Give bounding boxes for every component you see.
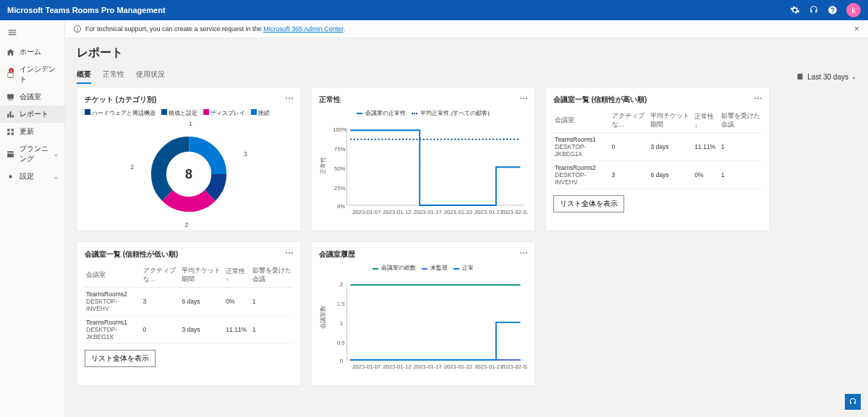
card-menu-icon[interactable]: ⋯ bbox=[285, 248, 294, 258]
svg-text:2023-01-12: 2023-01-12 bbox=[383, 364, 411, 370]
sidebar: ホーム 1 インシデント 会議室 レポート 更新 プランニング ⌄ 設定 ⌄ bbox=[0, 20, 65, 417]
sidebar-item-label: プランニング bbox=[20, 144, 49, 164]
table-row[interactable]: TeamsRooms2DESKTOP-INVEHV 3 6 days 0% 1 bbox=[85, 288, 293, 316]
sidebar-item-label: 更新 bbox=[20, 126, 34, 137]
sidebar-item-reports[interactable]: レポート bbox=[0, 106, 64, 123]
svg-text:75%: 75% bbox=[334, 146, 346, 152]
show-all-button[interactable]: リスト全体を表示 bbox=[85, 350, 156, 367]
tab-health[interactable]: 正常性 bbox=[103, 66, 124, 84]
svg-text:2023-01-07: 2023-01-07 bbox=[352, 209, 380, 215]
info-banner: i For technical support, you can create … bbox=[65, 20, 868, 38]
card-title: 会議室一覧 (信頼性が低い順) bbox=[85, 249, 293, 259]
chart-legend: 会議室の総数 未監視 正常 bbox=[319, 264, 527, 272]
headset-icon[interactable] bbox=[809, 5, 819, 15]
info-icon: i bbox=[74, 25, 81, 33]
svg-text:2023-01-12: 2023-01-12 bbox=[383, 209, 411, 215]
planning-icon bbox=[6, 150, 15, 159]
donut-center-value: 8 bbox=[185, 167, 192, 182]
donut-chart: 8 1 3 2 2 bbox=[85, 120, 293, 228]
svg-text:0%: 0% bbox=[337, 203, 345, 210]
rooms-table: 会議室 アクティブな… 平均チケット期間 正常性 ↓ 影響を受けた会議 Team… bbox=[553, 109, 762, 189]
card-title: チケット (カテゴリ別) bbox=[85, 95, 293, 105]
calendar-icon bbox=[796, 72, 804, 81]
chevron-down-icon: ⌄ bbox=[54, 151, 59, 158]
help-icon[interactable] bbox=[827, 5, 838, 15]
table-row[interactable]: TeamsRooms2DESKTOP-INVEHV 3 6 days 0% 1 bbox=[553, 161, 762, 189]
card-menu-icon[interactable]: ⋯ bbox=[285, 93, 294, 103]
card-menu-icon[interactable]: ⋯ bbox=[519, 93, 529, 103]
sidebar-item-label: インシデント bbox=[20, 64, 59, 85]
table-row[interactable]: TeamsRooms1DESKTOP-JKBEG1X 0 3 days 11.1… bbox=[553, 133, 762, 161]
svg-text:2023-02-02: 2023-02-02 bbox=[501, 209, 527, 215]
topbar-actions: k bbox=[790, 3, 861, 17]
rooms-table: 会議室 アクティブな… 平均チケット期間 正常性 ↑ 影響を受けた会議 Team… bbox=[85, 264, 293, 344]
sidebar-item-updates[interactable]: 更新 bbox=[0, 123, 64, 140]
main-content: i For technical support, you can create … bbox=[65, 20, 868, 417]
svg-text:0.5: 0.5 bbox=[337, 340, 345, 346]
svg-text:2023-01-22: 2023-01-22 bbox=[444, 209, 472, 215]
page-title: レポート bbox=[77, 46, 856, 61]
svg-text:50%: 50% bbox=[334, 165, 346, 172]
report-icon bbox=[6, 110, 15, 119]
svg-text:2023-01-07: 2023-01-07 bbox=[352, 364, 380, 370]
svg-text:25%: 25% bbox=[334, 185, 346, 192]
chevron-down-icon: ⌄ bbox=[54, 173, 59, 180]
card-tickets-by-category: ⋯ チケット (カテゴリ別) ハードウェアと周辺機器 構成と設定 ディスプレイ … bbox=[77, 87, 301, 231]
sidebar-item-label: 設定 bbox=[20, 171, 34, 181]
sidebar-item-settings[interactable]: 設定 ⌄ bbox=[0, 168, 64, 185]
sidebar-item-label: ホーム bbox=[20, 47, 41, 57]
show-all-button[interactable]: リスト全体を表示 bbox=[553, 195, 624, 212]
banner-text: For technical support, you can create a … bbox=[85, 25, 345, 33]
svg-text:1: 1 bbox=[340, 320, 343, 327]
card-menu-icon[interactable]: ⋯ bbox=[519, 248, 529, 258]
app-title: Microsoft Teams Rooms Pro Management bbox=[7, 6, 166, 14]
card-title: 正常性 bbox=[319, 95, 527, 105]
svg-text:2023-01-22: 2023-01-22 bbox=[444, 364, 472, 370]
table-row[interactable]: TeamsRooms1DESKTOP-JKBEG1X 0 3 days 11.1… bbox=[85, 316, 293, 344]
card-room-history: ⋯ 会議室履歴 会議室の総数 未監視 正常 会議室数 2 1.5 1 0.5 0 bbox=[311, 241, 535, 386]
hamburger-icon[interactable] bbox=[0, 23, 64, 43]
sidebar-item-planning[interactable]: プランニング ⌄ bbox=[0, 140, 64, 168]
chart-legend: 会議室の正常性 平均正常性 (すべての顧客) bbox=[319, 109, 527, 117]
tab-overview[interactable]: 概要 bbox=[77, 66, 91, 84]
close-icon[interactable]: × bbox=[854, 24, 859, 34]
sidebar-item-rooms[interactable]: 会議室 bbox=[0, 88, 64, 106]
topbar: Microsoft Teams Rooms Pro Management k bbox=[0, 0, 868, 20]
tab-usage[interactable]: 使用状況 bbox=[136, 66, 165, 84]
svg-text:2: 2 bbox=[340, 281, 343, 288]
svg-text:100%: 100% bbox=[333, 126, 347, 133]
room-icon bbox=[6, 93, 15, 102]
card-title: 会議室履歴 bbox=[319, 249, 527, 259]
svg-text:2023-01-27: 2023-01-27 bbox=[475, 364, 503, 370]
card-title: 会議室一覧 (信頼性が高い順) bbox=[553, 95, 762, 105]
avatar[interactable]: k bbox=[846, 3, 861, 17]
svg-text:2023-01-27: 2023-01-27 bbox=[475, 209, 503, 215]
sidebar-item-incidents[interactable]: 1 インシデント bbox=[0, 61, 64, 88]
chevron-down-icon: ⌄ bbox=[851, 74, 856, 80]
sidebar-item-label: 会議室 bbox=[20, 92, 41, 102]
settings-icon bbox=[6, 172, 15, 181]
gear-icon[interactable] bbox=[790, 5, 800, 15]
card-rooms-low-reliability: ⋯ 会議室一覧 (信頼性が低い順) 会議室 アクティブな… 平均チケット期間 正… bbox=[77, 241, 301, 386]
svg-text:2023-01-17: 2023-01-17 bbox=[414, 209, 442, 215]
card-menu-icon[interactable]: ⋯ bbox=[754, 93, 763, 103]
sidebar-item-home[interactable]: ホーム bbox=[0, 43, 64, 61]
chart-legend: ハードウェアと周辺機器 構成と設定 ディスプレイ 接続 bbox=[85, 109, 293, 117]
svg-text:2023-02-02: 2023-02-02 bbox=[501, 364, 527, 370]
line-chart-room-history: 会議室数 2 1.5 1 0.5 0 2023-01-07 2023-01-12 bbox=[319, 275, 527, 376]
svg-text:正常性: 正常性 bbox=[320, 157, 326, 174]
line-chart-health: 正常性 100% 75% 50% 25% 0% 2023-01-07 2023-… bbox=[319, 120, 527, 221]
svg-text:2023-01-17: 2023-01-17 bbox=[414, 364, 442, 370]
svg-text:1.5: 1.5 bbox=[337, 301, 345, 307]
banner-link[interactable]: Microsoft 365 Admin Center bbox=[263, 25, 344, 33]
svg-text:会議室数: 会議室数 bbox=[320, 306, 326, 329]
svg-text:0: 0 bbox=[340, 358, 343, 364]
incident-badge: 1 bbox=[9, 68, 14, 73]
card-rooms-high-reliability: ⋯ 会議室一覧 (信頼性が高い順) 会議室 アクティブな… 平均チケット期間 正… bbox=[545, 87, 770, 231]
card-health: ⋯ 正常性 会議室の正常性 平均正常性 (すべての顧客) 正常性 100% 75… bbox=[311, 87, 535, 231]
update-icon bbox=[6, 127, 15, 137]
home-icon bbox=[6, 48, 15, 57]
date-range-picker[interactable]: Last 30 days ⌄ bbox=[796, 72, 856, 81]
help-fab-icon[interactable] bbox=[845, 394, 861, 410]
sidebar-item-label: レポート bbox=[20, 109, 48, 119]
